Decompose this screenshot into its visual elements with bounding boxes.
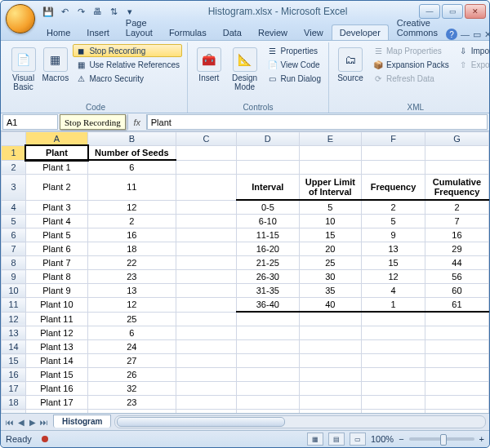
cell-G4[interactable]: 2 <box>425 200 488 215</box>
row-header-2[interactable]: 2 <box>2 160 26 175</box>
office-button[interactable] <box>6 4 35 33</box>
cell-B11[interactable]: 12 <box>87 298 176 313</box>
cell-F9[interactable]: 12 <box>362 270 425 284</box>
undo-icon[interactable]: ↶ <box>58 5 71 18</box>
cell-G13[interactable] <box>425 326 488 340</box>
sheet-nav-first-icon[interactable]: ⏮ <box>4 418 16 427</box>
col-header-D[interactable]: D <box>237 132 300 146</box>
tab-data[interactable]: Data <box>215 24 250 40</box>
col-header-F[interactable]: F <box>362 132 425 146</box>
cell-D9[interactable]: 26-30 <box>237 270 300 284</box>
cell-D1[interactable] <box>237 146 300 161</box>
cell-D14[interactable] <box>237 340 300 354</box>
zoom-level[interactable]: 100% <box>371 434 394 444</box>
col-header-A[interactable]: A <box>26 132 88 146</box>
cell-C18[interactable] <box>176 396 236 410</box>
cell-B18[interactable]: 23 <box>87 396 176 410</box>
cell-B2[interactable]: 6 <box>87 160 176 175</box>
row-header-7[interactable]: 7 <box>2 242 26 256</box>
cell-E2[interactable] <box>299 160 362 175</box>
row-header-16[interactable]: 16 <box>2 368 26 382</box>
cell-D2[interactable] <box>237 160 300 175</box>
cell-E3[interactable]: Upper Limit of Interval <box>299 175 362 201</box>
cell-C16[interactable] <box>176 368 236 382</box>
tab-home[interactable]: Home <box>38 24 78 40</box>
cell-C15[interactable] <box>176 354 236 368</box>
row-header-4[interactable]: 4 <box>2 200 26 215</box>
cell-E4[interactable]: 5 <box>299 200 362 215</box>
cell-F1[interactable] <box>362 146 425 161</box>
cell-G9[interactable]: 56 <box>425 270 488 284</box>
design-mode-button[interactable]: 📐 Design Mode <box>229 44 261 100</box>
run-dialog-button[interactable]: ▭ Run Dialog <box>265 72 323 85</box>
row-header-1[interactable]: 1 <box>2 146 26 161</box>
cell-E8[interactable]: 25 <box>299 256 362 270</box>
tab-insert[interactable]: Insert <box>78 24 118 40</box>
tab-creative-commons[interactable]: Creative Commons <box>389 15 446 40</box>
use-relative-refs-button[interactable]: ▦ Use Relative References <box>73 58 182 71</box>
tab-formulas[interactable]: Formulas <box>161 24 215 40</box>
cell-G5[interactable]: 7 <box>425 215 488 228</box>
cell-A15[interactable]: Plant 14 <box>26 354 88 368</box>
expansion-packs-button[interactable]: 📦 Expansion Packs <box>370 58 452 71</box>
zoom-out-icon[interactable]: − <box>399 434 403 444</box>
cell-E17[interactable] <box>299 382 362 396</box>
select-all-corner[interactable] <box>2 132 26 146</box>
help-icon[interactable]: ? <box>446 29 457 40</box>
cell-C5[interactable] <box>176 215 236 228</box>
cell-A16[interactable]: Plant 15 <box>26 368 88 382</box>
cell-B7[interactable]: 18 <box>87 242 176 256</box>
tab-developer[interactable]: Developer <box>332 24 389 40</box>
row-header-5[interactable]: 5 <box>2 215 26 228</box>
ribbon-min-icon[interactable]: — <box>461 29 470 39</box>
cell-D5[interactable]: 6-10 <box>237 215 300 228</box>
cell-B9[interactable]: 23 <box>87 270 176 284</box>
cell-G8[interactable]: 44 <box>425 256 488 270</box>
cell-B12[interactable]: 25 <box>87 312 176 326</box>
cell-E15[interactable] <box>299 354 362 368</box>
name-box[interactable]: A1 <box>2 114 58 130</box>
col-header-C[interactable]: C <box>176 132 236 146</box>
hscroll-thumb[interactable] <box>117 417 285 427</box>
cell-E11[interactable]: 40 <box>299 298 362 313</box>
spreadsheet-grid[interactable]: ABCDEFG1PlantNumber of Seeds2Plant 163Pl… <box>1 131 489 413</box>
visual-basic-button[interactable]: 📄 Visual Basic <box>9 44 38 100</box>
view-pagelayout-icon[interactable]: ▤ <box>328 432 345 446</box>
save-icon[interactable]: 💾 <box>42 5 55 18</box>
view-normal-icon[interactable]: ▦ <box>307 432 323 446</box>
inner-close-icon[interactable]: ✕ <box>484 29 490 40</box>
cell-D3[interactable]: Interval <box>237 175 300 201</box>
cell-A6[interactable]: Plant 5 <box>26 228 88 242</box>
cell-G10[interactable]: 60 <box>425 284 488 298</box>
cell-E9[interactable]: 30 <box>299 270 362 284</box>
cell-A1[interactable]: Plant <box>26 146 88 161</box>
cell-G3[interactable]: Cumulative Frequency <box>425 175 488 201</box>
cell-B10[interactable]: 13 <box>87 284 176 298</box>
zoom-in-icon[interactable]: + <box>479 434 484 444</box>
cell-C4[interactable] <box>176 200 236 215</box>
cell-D6[interactable]: 11-15 <box>237 228 300 242</box>
cell-G15[interactable] <box>425 354 488 368</box>
cell-G1[interactable] <box>425 146 488 161</box>
cell-E18[interactable] <box>299 396 362 410</box>
properties-button[interactable]: ☰ Properties <box>265 44 323 57</box>
cell-A2[interactable]: Plant 1 <box>26 160 88 175</box>
row-header-3[interactable]: 3 <box>2 175 26 201</box>
macros-button[interactable]: ▦ Macros <box>41 44 69 100</box>
tab-page-layout[interactable]: Page Layout <box>118 15 161 40</box>
cell-E14[interactable] <box>299 340 362 354</box>
cell-B6[interactable]: 16 <box>87 228 176 242</box>
cell-B5[interactable]: 2 <box>87 215 176 228</box>
tab-review[interactable]: Review <box>250 24 296 40</box>
row-header-6[interactable]: 6 <box>2 228 26 242</box>
cell-D4[interactable]: 0-5 <box>237 200 300 215</box>
zoom-slider-thumb[interactable] <box>440 434 447 446</box>
cell-B1[interactable]: Number of Seeds <box>87 146 176 161</box>
cell-G11[interactable]: 61 <box>425 298 488 313</box>
cell-B8[interactable]: 22 <box>87 256 176 270</box>
cell-C8[interactable] <box>176 256 236 270</box>
export-button[interactable]: ⇧ Export <box>455 58 490 71</box>
cell-E13[interactable] <box>299 326 362 340</box>
cell-C2[interactable] <box>176 160 236 175</box>
cell-F5[interactable]: 5 <box>362 215 425 228</box>
